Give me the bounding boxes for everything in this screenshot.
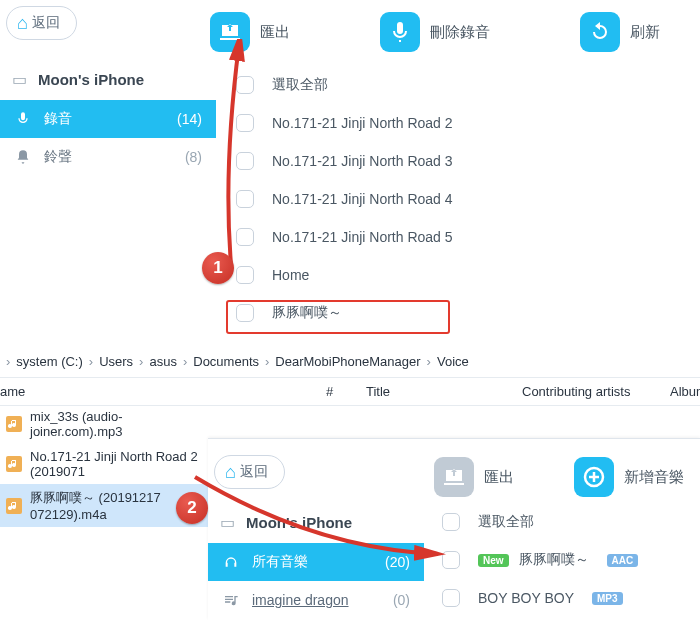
export-icon: [434, 457, 474, 497]
file-row[interactable]: mix_33s (audio-joiner.com).mp3: [0, 404, 212, 444]
mic-icon: [14, 110, 32, 128]
select-all-label: 選取全部: [478, 513, 534, 531]
sidebar-item-label: 錄音: [44, 110, 72, 128]
checkbox[interactable]: [442, 513, 460, 531]
add-music-button[interactable]: 新增音樂: [574, 457, 684, 497]
new-badge: New: [478, 554, 509, 567]
select-all-row[interactable]: 選取全部: [430, 503, 700, 541]
bell-icon: [14, 148, 32, 166]
collapse-icon: ▭: [12, 70, 28, 89]
toolbar: 匯出 新增音樂: [434, 457, 684, 497]
sidebar: ▭ Moon's iPhone 錄音 (14) 鈴聲 (8): [0, 60, 216, 176]
list-item[interactable]: No.171-21 Jinji North Road 5: [224, 218, 700, 256]
checkbox[interactable]: [236, 76, 254, 94]
collapse-icon: ▭: [220, 513, 236, 532]
recording-list: 選取全部 No.171-21 Jinji North Road 2 No.171…: [224, 66, 700, 332]
export-button[interactable]: 匯出: [434, 457, 514, 497]
add-label: 新增音樂: [624, 468, 684, 487]
toolbar: 匯出 刪除錄音 刷新: [210, 12, 700, 52]
file-explorer: system (C:) Users asus Documents DearMob…: [0, 346, 700, 406]
device-name: Moon's iPhone: [38, 71, 144, 88]
crumb[interactable]: asus: [149, 354, 176, 369]
sidebar-item-count: (20): [385, 554, 410, 570]
device-header[interactable]: ▭ Moon's iPhone: [0, 60, 216, 100]
checkbox[interactable]: [442, 589, 460, 607]
sidebar-item-count: (0): [393, 592, 410, 608]
crumb[interactable]: Users: [99, 354, 133, 369]
headphones-icon: [222, 553, 240, 571]
track-row[interactable]: New 豚豚啊噗～ AAC: [430, 541, 700, 579]
column-headers: ame # Title Contributing artists Album: [0, 377, 700, 406]
home-icon: ⌂: [225, 462, 236, 483]
crumb[interactable]: Voice: [437, 354, 469, 369]
file-row[interactable]: No.171-21 Jinji North Road 2 (2019071: [0, 444, 212, 484]
select-all-row[interactable]: 選取全部: [224, 66, 700, 104]
audio-file-icon: [6, 456, 22, 472]
refresh-label: 刷新: [630, 23, 660, 42]
file-name: No.171-21 Jinji North Road 2 (2019071: [30, 449, 206, 479]
checkbox[interactable]: [236, 228, 254, 246]
refresh-icon: [580, 12, 620, 52]
codec-badge: MP3: [592, 592, 623, 605]
back-button[interactable]: ⌂ 返回: [6, 6, 77, 40]
refresh-button[interactable]: 刷新: [580, 12, 660, 52]
chevron-icon: [6, 354, 10, 369]
callout-1: 1: [202, 252, 234, 284]
list-item[interactable]: No.171-21 Jinji North Road 2: [224, 104, 700, 142]
crumb[interactable]: Documents: [193, 354, 259, 369]
sidebar: ▭ Moon's iPhone 所有音樂 (20) imagine dragon…: [208, 503, 424, 619]
checkbox[interactable]: [236, 114, 254, 132]
sidebar-item-ringtones[interactable]: 鈴聲 (8): [0, 138, 216, 176]
list-item[interactable]: Home: [224, 256, 700, 294]
sidebar-item-recordings[interactable]: 錄音 (14): [0, 100, 216, 138]
list-item[interactable]: No.171-21 Jinji North Road 4: [224, 180, 700, 218]
music-panel: ⌂ 返回 匯出 新增音樂 ▭ Moon's iPhone 所有音樂 (20): [208, 438, 700, 620]
list-item[interactable]: No.171-21 Jinji North Road 3: [224, 142, 700, 180]
col-title[interactable]: Title: [366, 384, 522, 399]
back-button[interactable]: ⌂ 返回: [214, 455, 285, 489]
breadcrumb[interactable]: system (C:) Users asus Documents DearMob…: [0, 346, 700, 377]
track-name: 豚豚啊噗～: [519, 551, 589, 569]
device-header[interactable]: ▭ Moon's iPhone: [208, 503, 424, 543]
crumb[interactable]: system (C:): [16, 354, 82, 369]
item-label: No.171-21 Jinji North Road 5: [272, 229, 453, 245]
item-label: No.171-21 Jinji North Road 4: [272, 191, 453, 207]
checkbox[interactable]: [236, 152, 254, 170]
sidebar-item-count: (8): [185, 149, 202, 165]
track-row[interactable]: BOY BOY BOY MP3: [430, 579, 700, 617]
export-icon: [210, 12, 250, 52]
checkbox[interactable]: [236, 266, 254, 284]
audio-file-icon: [6, 498, 22, 514]
home-icon: ⌂: [17, 13, 28, 34]
chevron-icon: [427, 354, 431, 369]
col-num[interactable]: #: [326, 384, 366, 399]
col-name[interactable]: ame: [0, 384, 326, 399]
chevron-icon: [139, 354, 143, 369]
export-label: 匯出: [260, 23, 290, 42]
delete-recording-button[interactable]: 刪除錄音: [380, 12, 490, 52]
crumb[interactable]: DearMobiPhoneManager: [275, 354, 420, 369]
sidebar-item-all-music[interactable]: 所有音樂 (20): [208, 543, 424, 581]
item-label: No.171-21 Jinji North Road 2: [272, 115, 453, 131]
checkbox[interactable]: [442, 551, 460, 569]
file-name: mix_33s (audio-joiner.com).mp3: [30, 409, 206, 439]
codec-badge: AAC: [607, 554, 639, 567]
audio-file-icon: [6, 416, 22, 432]
sidebar-item-label: 所有音樂: [252, 553, 308, 571]
col-artists[interactable]: Contributing artists: [522, 384, 670, 399]
sidebar-item-label: 鈴聲: [44, 148, 72, 166]
checkbox[interactable]: [236, 190, 254, 208]
export-button[interactable]: 匯出: [210, 12, 290, 52]
note-icon: [222, 591, 240, 609]
export-label: 匯出: [484, 468, 514, 487]
device-name: Moon's iPhone: [246, 514, 352, 531]
mic-delete-icon: [380, 12, 420, 52]
delete-label: 刪除錄音: [430, 23, 490, 42]
chevron-icon: [183, 354, 187, 369]
item-label: No.171-21 Jinji North Road 3: [272, 153, 453, 169]
sidebar-item-label: imagine dragon: [252, 592, 349, 608]
sidebar-item-count: (14): [177, 111, 202, 127]
col-album[interactable]: Album: [670, 384, 700, 399]
back-label: 返回: [240, 463, 268, 481]
sidebar-item-playlist[interactable]: imagine dragon (0): [208, 581, 424, 619]
